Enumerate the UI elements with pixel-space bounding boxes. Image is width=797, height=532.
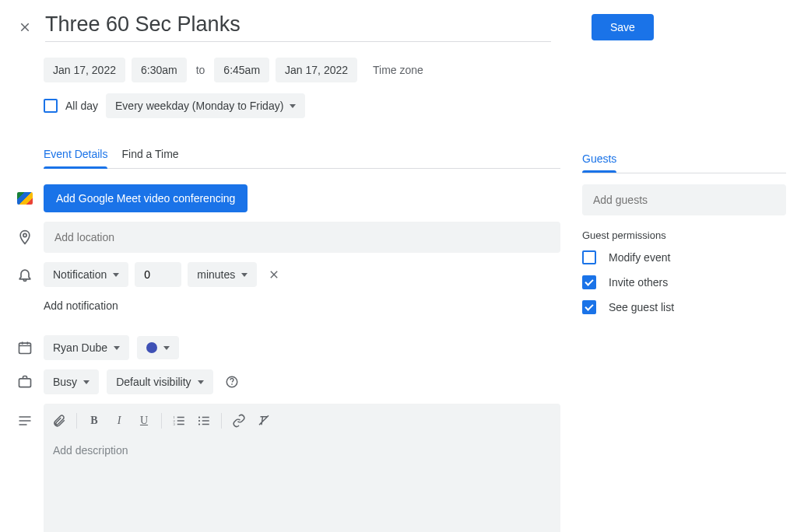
svg-rect-1 xyxy=(19,343,31,353)
calendar-owner-select[interactable]: Ryan Dube xyxy=(44,335,129,360)
underline-icon[interactable]: U xyxy=(132,408,156,433)
toolbar-divider xyxy=(161,413,162,429)
bulleted-list-icon[interactable] xyxy=(191,408,216,433)
italic-icon[interactable]: I xyxy=(107,408,132,433)
end-time-picker[interactable]: 6:45am xyxy=(214,58,269,82)
location-input[interactable] xyxy=(44,222,560,253)
modify-event-label: Modify event xyxy=(609,251,670,264)
add-guests-input[interactable] xyxy=(582,184,786,215)
google-meet-icon xyxy=(16,189,34,208)
add-notification-button[interactable]: Add notification xyxy=(44,299,118,312)
toolbar-divider xyxy=(76,413,77,429)
bold-icon[interactable]: B xyxy=(82,408,107,433)
notification-value-input[interactable] xyxy=(135,262,181,287)
clear-formatting-icon[interactable] xyxy=(251,408,276,433)
notification-icon xyxy=(16,265,34,284)
calendar-icon xyxy=(16,338,34,357)
notification-unit-select[interactable]: minutes xyxy=(188,262,257,287)
guest-permissions-title: Guest permissions xyxy=(582,229,786,241)
description-icon xyxy=(16,411,34,430)
tab-event-details[interactable]: Event Details xyxy=(44,140,107,168)
color-select[interactable] xyxy=(137,336,179,359)
svg-point-7 xyxy=(198,416,200,418)
description-placeholder: Add description xyxy=(44,438,560,457)
modify-event-checkbox[interactable] xyxy=(582,250,596,264)
to-label: to xyxy=(193,64,209,76)
allday-checkbox[interactable] xyxy=(44,99,58,113)
event-title-input[interactable] xyxy=(45,12,551,42)
see-guest-list-checkbox[interactable] xyxy=(582,300,596,314)
location-icon xyxy=(16,228,34,247)
recurrence-select[interactable]: Every weekday (Monday to Friday) xyxy=(106,93,305,118)
close-icon[interactable] xyxy=(16,18,34,37)
visibility-select[interactable]: Default visibility xyxy=(107,369,212,394)
tab-guests[interactable]: Guests xyxy=(582,152,786,173)
toolbar-divider xyxy=(221,413,222,429)
notification-type-select[interactable]: Notification xyxy=(44,262,128,287)
svg-point-9 xyxy=(198,423,200,425)
briefcase-icon xyxy=(16,373,34,391)
svg-point-8 xyxy=(198,420,200,422)
tab-find-time[interactable]: Find a Time xyxy=(121,140,178,168)
invite-others-label: Invite others xyxy=(609,276,668,289)
attach-icon[interactable] xyxy=(47,408,72,433)
allday-label: All day xyxy=(65,100,98,112)
link-icon[interactable] xyxy=(226,408,251,433)
svg-text:3: 3 xyxy=(174,422,176,426)
svg-rect-2 xyxy=(19,379,31,387)
add-google-meet-button[interactable]: Add Google Meet video conferencing xyxy=(44,184,248,212)
invite-others-checkbox[interactable] xyxy=(582,275,596,289)
timezone-link[interactable]: Time zone xyxy=(370,64,427,76)
svg-point-0 xyxy=(23,233,26,236)
remove-notification-button[interactable] xyxy=(263,264,285,285)
availability-select[interactable]: Busy xyxy=(44,369,99,394)
see-guest-list-label: See guest list xyxy=(609,301,674,313)
save-button[interactable]: Save xyxy=(592,14,654,40)
start-date-picker[interactable]: Jan 17, 2022 xyxy=(44,58,125,82)
description-editor[interactable]: B I U 123 xyxy=(44,404,560,532)
visibility-help-icon[interactable] xyxy=(221,371,243,393)
color-swatch xyxy=(146,342,157,353)
end-date-picker[interactable]: Jan 17, 2022 xyxy=(276,58,357,82)
numbered-list-icon[interactable]: 123 xyxy=(167,408,191,433)
start-time-picker[interactable]: 6:30am xyxy=(132,58,187,82)
